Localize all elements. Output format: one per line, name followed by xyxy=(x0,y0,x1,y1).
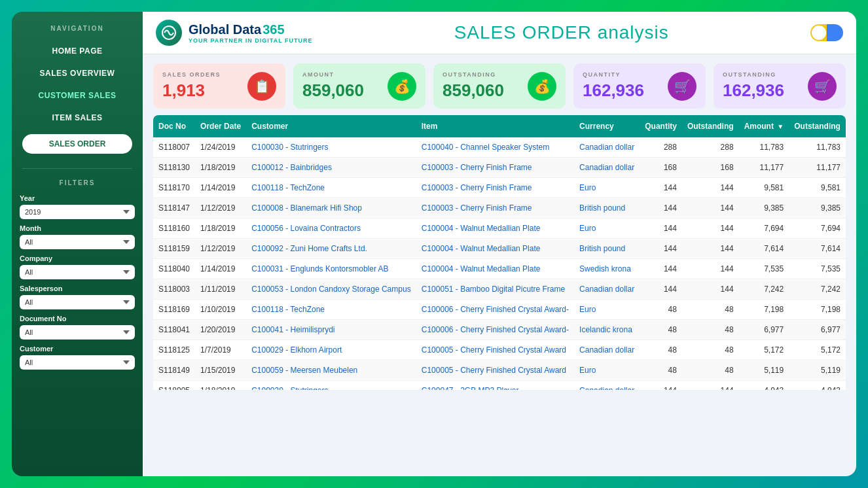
table-cell: S118007 xyxy=(153,137,195,158)
sidebar: NAVIGATION HOME PAGE SALES OVERVIEW CUST… xyxy=(12,12,143,476)
table-wrapper: Doc No Order Date Customer Item Currency… xyxy=(143,115,856,476)
table-cell: Euro xyxy=(574,360,640,381)
sales-table: Doc No Order Date Customer Item Currency… xyxy=(153,115,846,390)
table-cell: C100051 - Bamboo Digital Picutre Frame xyxy=(416,279,574,300)
filter-month-label: Month xyxy=(20,224,135,232)
title-bold: SALES ORDER xyxy=(454,22,592,43)
table-cell: 1/18/2019 xyxy=(195,158,246,178)
table-cell: Icelandic krona xyxy=(574,320,640,340)
kpi-outstanding-qty-icon: 🛒 xyxy=(808,72,837,101)
table-cell: 1/20/2019 xyxy=(195,320,246,340)
table-cell: 48 xyxy=(640,340,682,360)
filter-salesperson-select[interactable]: All xyxy=(20,295,135,309)
table-cell: C100012 - Bainbridges xyxy=(246,158,416,178)
table-cell: 7,694 xyxy=(789,218,846,239)
col-outstanding2[interactable]: Outstanding xyxy=(789,115,846,137)
table-cell: C100040 - Channel Speaker System xyxy=(416,137,574,158)
table-cell: S118170 xyxy=(153,178,195,198)
table-cell: 1/7/2019 xyxy=(195,340,246,360)
table-cell: 48 xyxy=(640,320,682,340)
table-cell: 144 xyxy=(682,279,739,300)
col-docno[interactable]: Doc No xyxy=(153,115,195,137)
kpi-quantity-icon: 🛒 xyxy=(668,72,696,101)
table-cell: C100053 - London Candoxy Storage Campus xyxy=(246,279,416,300)
sidebar-item-sales-overview[interactable]: SALES OVERVIEW xyxy=(12,62,143,84)
kpi-outstanding: OUTSTANDING 859,060 💰 xyxy=(433,63,566,109)
table-cell: 9,385 xyxy=(789,198,846,218)
col-amount[interactable]: Amount ▼ xyxy=(739,115,789,137)
table-cell: 144 xyxy=(640,381,682,391)
col-customer[interactable]: Customer xyxy=(246,115,416,137)
table-cell: 5,172 xyxy=(789,340,846,360)
table-scroll[interactable]: Doc No Order Date Customer Item Currency… xyxy=(153,115,846,390)
filter-company-group: Company All xyxy=(12,254,143,285)
table-cell: C100118 - TechZone xyxy=(246,178,416,198)
table-cell: 9,385 xyxy=(739,198,789,218)
kpi-outstanding-qty-value: 162,936 xyxy=(723,80,784,101)
table-cell: 7,694 xyxy=(739,218,789,239)
filter-year-group: Year 2019 2018 2017 2016 xyxy=(12,194,143,224)
table-cell: British pound xyxy=(574,239,640,259)
logo-text: Global Data 365 YOUR PARTNER IN DIGITAL … xyxy=(189,22,313,44)
table-cell: C100006 - Cherry Finished Crystal Award- xyxy=(416,320,574,340)
table-cell: S118169 xyxy=(153,300,195,320)
table-cell: 5,119 xyxy=(739,360,789,381)
kpi-outstanding-icon: 💰 xyxy=(528,72,556,101)
table-cell: 144 xyxy=(682,381,739,391)
sales-order-button[interactable]: SALES ORDER xyxy=(22,134,132,154)
col-currency[interactable]: Currency xyxy=(574,115,640,137)
table-cell: 7,614 xyxy=(789,239,846,259)
col-item[interactable]: Item xyxy=(416,115,574,137)
table-cell: 48 xyxy=(682,340,739,360)
table-cell: 11,783 xyxy=(739,137,789,158)
filter-company-select[interactable]: All xyxy=(20,265,135,279)
table-cell: 144 xyxy=(682,239,739,259)
table-cell: S118125 xyxy=(153,340,195,360)
table-cell: Swedish krona xyxy=(574,259,640,279)
table-cell: C100059 - Meersen Meubelen xyxy=(246,360,416,381)
table-cell: 1/11/2019 xyxy=(195,279,246,300)
kpi-outstanding-qty: OUTSTANDING 162,936 🛒 xyxy=(714,63,846,109)
table-cell: S118159 xyxy=(153,239,195,259)
table-cell: British pound xyxy=(574,198,640,218)
table-cell: 144 xyxy=(640,178,682,198)
kpi-quantity-value: 162,936 xyxy=(583,80,644,101)
sidebar-item-item-sales[interactable]: ITEM SALES xyxy=(12,107,143,129)
table-cell: 144 xyxy=(640,279,682,300)
table-cell: 1/12/2019 xyxy=(195,198,246,218)
table-row: S1181701/14/2019C100118 - TechZoneC10000… xyxy=(153,178,846,198)
kpi-quantity-label: QUANTITY xyxy=(583,71,644,78)
filter-month-select[interactable]: All JanuaryFebruaryMarch xyxy=(20,235,135,249)
table-cell: Canadian dollar xyxy=(574,279,640,300)
filter-salesperson-group: Salesperson All xyxy=(12,285,143,315)
kpi-quantity: QUANTITY 162,936 🛒 xyxy=(573,63,706,109)
kpi-outstanding-value: 859,060 xyxy=(443,80,504,101)
sidebar-item-homepage[interactable]: HOME PAGE xyxy=(12,40,143,62)
filter-docno-select[interactable]: All xyxy=(20,325,135,340)
table-cell: 4,943 xyxy=(789,381,846,391)
table-cell: Euro xyxy=(574,178,640,198)
table-cell: C100031 - Englunds Kontorsmobler AB xyxy=(246,259,416,279)
sidebar-item-customer-sales[interactable]: CUSTOMER SALES xyxy=(12,84,143,107)
table-cell: Euro xyxy=(574,218,640,239)
kpi-amount-value: 859,060 xyxy=(302,80,364,101)
table-cell: S118005 xyxy=(153,381,195,391)
table-cell: 144 xyxy=(682,178,739,198)
kpi-outstanding-qty-label: OUTSTANDING xyxy=(723,71,784,78)
table-cell: 11,177 xyxy=(739,158,789,178)
table-row: S1181471/12/2019C100008 - Blanemark Hifi… xyxy=(153,198,846,218)
filter-customer-select[interactable]: All xyxy=(20,355,135,370)
table-cell: 11,177 xyxy=(789,158,846,178)
filter-year-select[interactable]: 2019 2018 2017 2016 xyxy=(20,205,135,219)
col-outstanding1[interactable]: Outstanding xyxy=(682,115,739,137)
theme-toggle[interactable] xyxy=(810,24,843,41)
col-quantity[interactable]: Quantity xyxy=(640,115,682,137)
table-cell: 7,242 xyxy=(739,279,789,300)
kpi-row: SALES ORDERS 1,913 📋 AMOUNT 859,060 💰 OU… xyxy=(143,54,856,115)
sidebar-divider xyxy=(22,168,132,169)
col-orderdate[interactable]: Order Date xyxy=(195,115,246,137)
kpi-sales-orders-value: 1,913 xyxy=(162,80,221,101)
table-row: S1180031/11/2019C100053 - London Candoxy… xyxy=(153,279,846,300)
header: Global Data 365 YOUR PARTNER IN DIGITAL … xyxy=(143,12,856,54)
table-cell: 1/18/2019 xyxy=(195,218,246,239)
